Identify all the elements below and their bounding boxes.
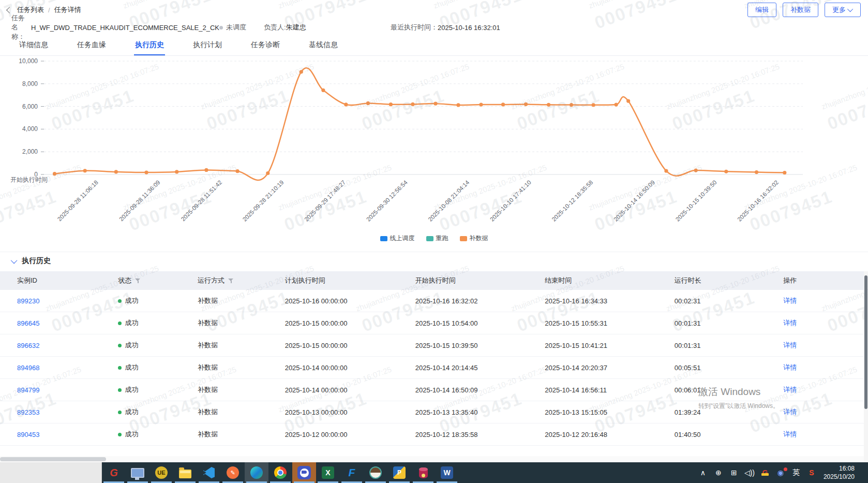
edit-button[interactable]: 编辑 bbox=[747, 3, 776, 17]
instance-id-link[interactable]: 894799 bbox=[17, 386, 39, 394]
planned-time: 2025-10-14 00:00:00 bbox=[268, 386, 398, 394]
duration: 01:39:24 bbox=[657, 408, 766, 416]
taskbar-vscode-icon[interactable] bbox=[197, 462, 221, 483]
taskbar-word-icon[interactable]: W bbox=[435, 462, 459, 483]
taskbar-dbeaver-icon[interactable] bbox=[364, 462, 387, 483]
execution-history-chart: 02,0004,0006,0008,00010,0002025-09-28 11… bbox=[0, 55, 868, 235]
status-cell: 成功 bbox=[101, 430, 181, 439]
status-cell: 成功 bbox=[101, 296, 181, 305]
detail-link[interactable]: 详情 bbox=[783, 319, 797, 327]
detail-link[interactable]: 详情 bbox=[783, 297, 797, 304]
status-cell: 成功 bbox=[101, 363, 181, 372]
duration: 00:06:01 bbox=[657, 386, 766, 394]
taskbar-ultraedit-icon[interactable]: UE bbox=[149, 462, 173, 483]
tab-任务血缘[interactable]: 任务血缘 bbox=[76, 35, 107, 55]
dingtalk-tray-icon[interactable]: ◉ bbox=[774, 469, 787, 477]
vertical-scrollbar[interactable] bbox=[864, 271, 868, 462]
start-time: 2025-10-12 18:35:58 bbox=[398, 431, 528, 438]
tab-任务诊断[interactable]: 任务诊断 bbox=[250, 35, 281, 55]
column-header-label: 结束时间 bbox=[545, 276, 572, 285]
detail-link[interactable]: 详情 bbox=[783, 341, 797, 349]
svg-text:2025-09-28 11:36:09: 2025-09-28 11:36:09 bbox=[118, 179, 161, 222]
run-mode: 补数据 bbox=[181, 341, 268, 350]
run-mode: 补数据 bbox=[181, 407, 268, 417]
more-button[interactable]: 更多 bbox=[825, 3, 861, 17]
taskbar-file-explorer-icon[interactable] bbox=[173, 462, 197, 483]
column-header-开始执行时间: 开始执行时间 bbox=[398, 276, 528, 285]
everedit-icon: ✎ bbox=[227, 466, 239, 479]
svg-text:8,000: 8,000 bbox=[22, 80, 38, 87]
taskbar-database-icon[interactable] bbox=[411, 462, 435, 483]
planned-time: 2025-10-14 00:00:00 bbox=[268, 364, 398, 372]
end-time: 2025-10-14 16:56:11 bbox=[528, 386, 657, 394]
horizontal-scrollbar-thumb[interactable] bbox=[0, 457, 106, 461]
tab-基线信息[interactable]: 基线信息 bbox=[308, 35, 339, 55]
legend-item-补数据[interactable]: 补数据 bbox=[460, 234, 488, 243]
legend-label: 重跑 bbox=[436, 234, 448, 243]
detail-link[interactable]: 详情 bbox=[783, 430, 797, 438]
horizontal-scrollbar[interactable] bbox=[0, 456, 864, 462]
network-icon[interactable]: ⊕ bbox=[712, 469, 725, 477]
taskbar-excel-icon[interactable]: X bbox=[316, 462, 340, 483]
run-mode: 补数据 bbox=[181, 363, 268, 372]
history-section-header[interactable]: 执行历史 bbox=[0, 252, 868, 270]
column-header-计划执行时间: 计划执行时间 bbox=[268, 276, 398, 285]
column-header-label: 操作 bbox=[783, 276, 797, 285]
taskbar-g-launcher-icon[interactable]: G bbox=[102, 462, 126, 483]
line-chart: 02,0004,0006,0008,00010,0002025-09-28 11… bbox=[0, 55, 868, 235]
back-icon[interactable] bbox=[6, 7, 13, 13]
column-header-运行方式: 运行方式 bbox=[181, 276, 268, 285]
end-time: 2025-10-12 20:16:48 bbox=[528, 431, 657, 438]
action-cell: 详情 bbox=[766, 318, 864, 328]
dbeaver-icon bbox=[369, 466, 382, 479]
taskbar-clock[interactable]: 16:08 2025/10/20 bbox=[820, 464, 860, 481]
legend-item-线上调度[interactable]: 线上调度 bbox=[380, 234, 415, 243]
taskbar-everedit-icon[interactable]: ✎ bbox=[221, 462, 245, 483]
instance-id-link[interactable]: 896632 bbox=[17, 342, 39, 349]
mail-icon[interactable]: G bbox=[758, 469, 772, 477]
taskbar-search-box[interactable] bbox=[0, 462, 102, 483]
taskbar-blue-f-icon[interactable]: F bbox=[340, 462, 364, 483]
vertical-scrollbar-thumb[interactable] bbox=[864, 275, 867, 409]
backfill-button[interactable]: 补数据 bbox=[783, 3, 818, 17]
detail-link[interactable]: 详情 bbox=[783, 408, 797, 416]
filter-icon[interactable] bbox=[135, 278, 141, 284]
ime-icon[interactable]: 英 bbox=[789, 468, 803, 477]
instance-id-link[interactable]: 894968 bbox=[17, 364, 39, 372]
instance-id-link[interactable]: 899230 bbox=[17, 297, 39, 305]
detail-link[interactable]: 详情 bbox=[783, 386, 797, 393]
action-cell: 详情 bbox=[766, 385, 864, 394]
sogou-icon[interactable]: S bbox=[805, 469, 818, 477]
instance-id-link[interactable]: 890453 bbox=[17, 431, 39, 438]
tab-执行历史[interactable]: 执行历史 bbox=[134, 35, 165, 55]
tab-bar: 详细信息任务血缘执行历史执行计划任务诊断基线信息 bbox=[0, 35, 868, 56]
column-header-状态: 状态 bbox=[101, 276, 181, 285]
taskbar-chrome-icon[interactable] bbox=[268, 462, 292, 483]
action-cell: 详情 bbox=[766, 407, 864, 417]
svg-text:2025-10-14 16:50:09: 2025-10-14 16:50:09 bbox=[612, 179, 656, 223]
status-label: 成功 bbox=[125, 386, 138, 393]
status-cell: 成功 bbox=[101, 385, 181, 394]
volume-icon[interactable]: ◁)) bbox=[743, 469, 756, 477]
edge-icon bbox=[250, 466, 263, 479]
svg-text:2025-10-12 18:35:58: 2025-10-12 18:35:58 bbox=[551, 179, 594, 223]
tray-expand-icon[interactable]: ∧ bbox=[696, 469, 710, 477]
planned-time: 2025-10-15 00:00:00 bbox=[268, 319, 398, 327]
taskbar-plsql-icon[interactable]: P bbox=[387, 462, 411, 483]
duration: 00:01:31 bbox=[657, 342, 766, 349]
taskbar-remote-desktop-icon[interactable] bbox=[126, 462, 149, 483]
column-header-label: 开始执行时间 bbox=[415, 276, 456, 285]
status-label: 成功 bbox=[125, 297, 138, 304]
planned-time: 2025-10-12 00:00:00 bbox=[268, 431, 398, 438]
filter-icon[interactable] bbox=[228, 278, 234, 284]
legend-item-重跑[interactable]: 重跑 bbox=[426, 234, 448, 243]
taskbar-edge-icon[interactable] bbox=[245, 462, 268, 483]
tab-执行计划[interactable]: 执行计划 bbox=[192, 35, 223, 55]
svg-text:2025-09-28 21:10:19: 2025-09-28 21:10:19 bbox=[242, 179, 285, 223]
instance-id-link[interactable]: 892353 bbox=[17, 408, 39, 416]
pinned-window-icon[interactable]: ⊞ bbox=[727, 469, 741, 477]
tab-详细信息[interactable]: 详细信息 bbox=[18, 35, 49, 55]
taskbar-dingtalk-icon[interactable] bbox=[292, 462, 316, 483]
instance-id-link[interactable]: 896645 bbox=[17, 319, 39, 327]
detail-link[interactable]: 详情 bbox=[783, 363, 797, 371]
